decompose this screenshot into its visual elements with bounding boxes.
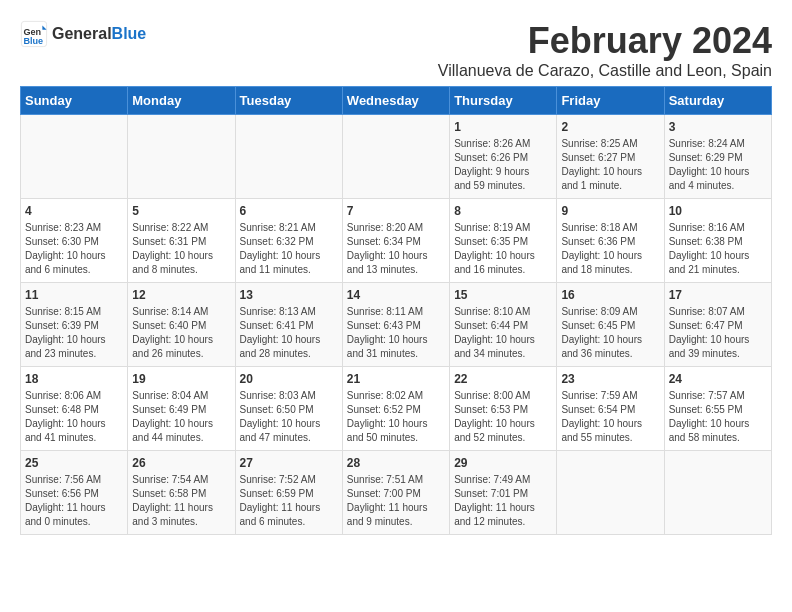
day-info: Sunrise: 8:03 AM Sunset: 6:50 PM Dayligh…	[240, 389, 338, 445]
week-row-3: 11Sunrise: 8:15 AM Sunset: 6:39 PM Dayli…	[21, 283, 772, 367]
day-number: 13	[240, 288, 338, 302]
week-row-1: 1Sunrise: 8:26 AM Sunset: 6:26 PM Daylig…	[21, 115, 772, 199]
day-cell: 26Sunrise: 7:54 AM Sunset: 6:58 PM Dayli…	[128, 451, 235, 535]
day-number: 10	[669, 204, 767, 218]
day-cell: 2Sunrise: 8:25 AM Sunset: 6:27 PM Daylig…	[557, 115, 664, 199]
header-row: SundayMondayTuesdayWednesdayThursdayFrid…	[21, 87, 772, 115]
day-info: Sunrise: 8:25 AM Sunset: 6:27 PM Dayligh…	[561, 137, 659, 193]
header-day-sunday: Sunday	[21, 87, 128, 115]
day-number: 15	[454, 288, 552, 302]
week-row-5: 25Sunrise: 7:56 AM Sunset: 6:56 PM Dayli…	[21, 451, 772, 535]
day-info: Sunrise: 7:54 AM Sunset: 6:58 PM Dayligh…	[132, 473, 230, 529]
day-number: 29	[454, 456, 552, 470]
day-cell: 25Sunrise: 7:56 AM Sunset: 6:56 PM Dayli…	[21, 451, 128, 535]
day-cell: 19Sunrise: 8:04 AM Sunset: 6:49 PM Dayli…	[128, 367, 235, 451]
day-number: 27	[240, 456, 338, 470]
day-cell: 14Sunrise: 8:11 AM Sunset: 6:43 PM Dayli…	[342, 283, 449, 367]
day-number: 19	[132, 372, 230, 386]
day-number: 28	[347, 456, 445, 470]
day-number: 8	[454, 204, 552, 218]
header-day-saturday: Saturday	[664, 87, 771, 115]
day-number: 1	[454, 120, 552, 134]
day-number: 18	[25, 372, 123, 386]
day-info: Sunrise: 8:19 AM Sunset: 6:35 PM Dayligh…	[454, 221, 552, 277]
day-number: 20	[240, 372, 338, 386]
header-day-tuesday: Tuesday	[235, 87, 342, 115]
day-info: Sunrise: 8:24 AM Sunset: 6:29 PM Dayligh…	[669, 137, 767, 193]
day-cell: 1Sunrise: 8:26 AM Sunset: 6:26 PM Daylig…	[450, 115, 557, 199]
day-cell: 29Sunrise: 7:49 AM Sunset: 7:01 PM Dayli…	[450, 451, 557, 535]
header-day-friday: Friday	[557, 87, 664, 115]
day-info: Sunrise: 8:06 AM Sunset: 6:48 PM Dayligh…	[25, 389, 123, 445]
logo-general: General	[52, 25, 112, 42]
day-info: Sunrise: 8:02 AM Sunset: 6:52 PM Dayligh…	[347, 389, 445, 445]
week-row-4: 18Sunrise: 8:06 AM Sunset: 6:48 PM Dayli…	[21, 367, 772, 451]
day-number: 7	[347, 204, 445, 218]
day-info: Sunrise: 8:00 AM Sunset: 6:53 PM Dayligh…	[454, 389, 552, 445]
day-cell	[21, 115, 128, 199]
day-number: 12	[132, 288, 230, 302]
day-number: 5	[132, 204, 230, 218]
day-cell: 9Sunrise: 8:18 AM Sunset: 6:36 PM Daylig…	[557, 199, 664, 283]
logo-blue: Blue	[112, 25, 147, 42]
day-number: 25	[25, 456, 123, 470]
day-cell	[342, 115, 449, 199]
day-cell: 6Sunrise: 8:21 AM Sunset: 6:32 PM Daylig…	[235, 199, 342, 283]
day-info: Sunrise: 8:18 AM Sunset: 6:36 PM Dayligh…	[561, 221, 659, 277]
day-cell: 10Sunrise: 8:16 AM Sunset: 6:38 PM Dayli…	[664, 199, 771, 283]
day-info: Sunrise: 7:59 AM Sunset: 6:54 PM Dayligh…	[561, 389, 659, 445]
title-section: February 2024 Villanueva de Carazo, Cast…	[438, 20, 772, 80]
day-info: Sunrise: 8:07 AM Sunset: 6:47 PM Dayligh…	[669, 305, 767, 361]
day-info: Sunrise: 8:26 AM Sunset: 6:26 PM Dayligh…	[454, 137, 552, 193]
day-cell: 8Sunrise: 8:19 AM Sunset: 6:35 PM Daylig…	[450, 199, 557, 283]
day-number: 9	[561, 204, 659, 218]
svg-text:Blue: Blue	[24, 36, 44, 46]
day-cell: 20Sunrise: 8:03 AM Sunset: 6:50 PM Dayli…	[235, 367, 342, 451]
day-number: 22	[454, 372, 552, 386]
day-cell: 15Sunrise: 8:10 AM Sunset: 6:44 PM Dayli…	[450, 283, 557, 367]
day-cell	[128, 115, 235, 199]
day-cell: 4Sunrise: 8:23 AM Sunset: 6:30 PM Daylig…	[21, 199, 128, 283]
day-number: 26	[132, 456, 230, 470]
day-info: Sunrise: 8:09 AM Sunset: 6:45 PM Dayligh…	[561, 305, 659, 361]
day-cell: 27Sunrise: 7:52 AM Sunset: 6:59 PM Dayli…	[235, 451, 342, 535]
day-number: 23	[561, 372, 659, 386]
day-number: 14	[347, 288, 445, 302]
day-number: 2	[561, 120, 659, 134]
day-info: Sunrise: 7:49 AM Sunset: 7:01 PM Dayligh…	[454, 473, 552, 529]
day-info: Sunrise: 8:22 AM Sunset: 6:31 PM Dayligh…	[132, 221, 230, 277]
day-cell: 22Sunrise: 8:00 AM Sunset: 6:53 PM Dayli…	[450, 367, 557, 451]
day-number: 11	[25, 288, 123, 302]
day-cell: 23Sunrise: 7:59 AM Sunset: 6:54 PM Dayli…	[557, 367, 664, 451]
day-number: 3	[669, 120, 767, 134]
calendar-table: SundayMondayTuesdayWednesdayThursdayFrid…	[20, 86, 772, 535]
day-cell: 17Sunrise: 8:07 AM Sunset: 6:47 PM Dayli…	[664, 283, 771, 367]
day-info: Sunrise: 8:14 AM Sunset: 6:40 PM Dayligh…	[132, 305, 230, 361]
day-info: Sunrise: 8:21 AM Sunset: 6:32 PM Dayligh…	[240, 221, 338, 277]
day-number: 21	[347, 372, 445, 386]
day-cell: 16Sunrise: 8:09 AM Sunset: 6:45 PM Dayli…	[557, 283, 664, 367]
day-info: Sunrise: 8:16 AM Sunset: 6:38 PM Dayligh…	[669, 221, 767, 277]
day-cell: 18Sunrise: 8:06 AM Sunset: 6:48 PM Dayli…	[21, 367, 128, 451]
day-info: Sunrise: 8:10 AM Sunset: 6:44 PM Dayligh…	[454, 305, 552, 361]
day-cell	[664, 451, 771, 535]
day-info: Sunrise: 8:23 AM Sunset: 6:30 PM Dayligh…	[25, 221, 123, 277]
day-cell: 11Sunrise: 8:15 AM Sunset: 6:39 PM Dayli…	[21, 283, 128, 367]
day-cell: 13Sunrise: 8:13 AM Sunset: 6:41 PM Dayli…	[235, 283, 342, 367]
day-info: Sunrise: 8:04 AM Sunset: 6:49 PM Dayligh…	[132, 389, 230, 445]
week-row-2: 4Sunrise: 8:23 AM Sunset: 6:30 PM Daylig…	[21, 199, 772, 283]
day-number: 16	[561, 288, 659, 302]
day-info: Sunrise: 7:57 AM Sunset: 6:55 PM Dayligh…	[669, 389, 767, 445]
day-cell: 5Sunrise: 8:22 AM Sunset: 6:31 PM Daylig…	[128, 199, 235, 283]
day-cell: 28Sunrise: 7:51 AM Sunset: 7:00 PM Dayli…	[342, 451, 449, 535]
day-cell: 3Sunrise: 8:24 AM Sunset: 6:29 PM Daylig…	[664, 115, 771, 199]
header-day-monday: Monday	[128, 87, 235, 115]
day-info: Sunrise: 7:52 AM Sunset: 6:59 PM Dayligh…	[240, 473, 338, 529]
subtitle: Villanueva de Carazo, Castille and Leon,…	[438, 62, 772, 80]
header-day-wednesday: Wednesday	[342, 87, 449, 115]
day-cell: 12Sunrise: 8:14 AM Sunset: 6:40 PM Dayli…	[128, 283, 235, 367]
day-number: 17	[669, 288, 767, 302]
day-number: 24	[669, 372, 767, 386]
day-number: 4	[25, 204, 123, 218]
day-cell: 21Sunrise: 8:02 AM Sunset: 6:52 PM Dayli…	[342, 367, 449, 451]
